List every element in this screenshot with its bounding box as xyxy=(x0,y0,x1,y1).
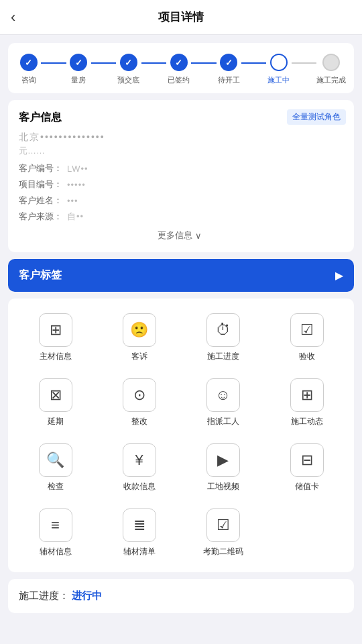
step-label-已签约: 已签约 xyxy=(168,75,190,85)
info-row: 客户编号：LW•• xyxy=(19,162,343,174)
step-circle-量房: ✓ xyxy=(70,54,87,71)
more-info-button[interactable]: 更多信息 ∨ xyxy=(19,229,343,241)
step-item-施工完成: 施工完成 xyxy=(316,54,346,85)
menu-item-acceptance[interactable]: ☑验收 xyxy=(265,308,349,368)
menu-item-site-video[interactable]: ▶工地视频 xyxy=(181,438,265,498)
info-field-label: 客户姓名： xyxy=(19,195,67,207)
step-circle-施工完成 xyxy=(322,54,340,71)
menu-item-inspection[interactable]: 🔍检查 xyxy=(13,438,97,498)
menu-label-construction-dynamic: 施工动态 xyxy=(291,416,323,427)
progress-section: ✓咨询✓量房✓预交底✓已签约✓待开工施工中施工完成 xyxy=(8,43,354,93)
step-circle-预交底: ✓ xyxy=(120,54,137,71)
more-info-icon: ∨ xyxy=(195,231,202,241)
menu-item-payment[interactable]: ¥收款信息 xyxy=(97,438,181,498)
step-connector-3 xyxy=(191,62,216,64)
step-circle-待开工: ✓ xyxy=(220,54,237,71)
more-info-label: 更多信息 xyxy=(158,229,192,241)
menu-label-rectification: 整改 xyxy=(131,416,147,427)
header: ‹ 项目详情 xyxy=(0,0,362,35)
step-label-咨询: 咨询 xyxy=(21,75,36,85)
menu-label-attendance-qr: 考勤二维码 xyxy=(203,546,243,557)
menu-icon-assign-worker: ☺ xyxy=(206,378,240,412)
menu-icon-payment: ¥ xyxy=(123,443,156,477)
info-field-value: ••••• xyxy=(67,180,86,190)
menu-item-rectification[interactable]: ⊙整改 xyxy=(97,373,181,433)
customer-info-section: 客户信息 全量测试角色 北京•••••••••••••• 元…… 客户编号：LW… xyxy=(8,100,354,252)
menu-label-assign-worker: 指派工人 xyxy=(207,416,239,427)
step-label-待开工: 待开工 xyxy=(218,75,240,85)
info-row: 客户来源：自•• xyxy=(19,211,343,223)
step-item-待开工: ✓待开工 xyxy=(217,54,241,85)
menu-item-complaint[interactable]: 🙁客诉 xyxy=(97,308,181,368)
step-item-咨询: ✓咨询 xyxy=(16,54,41,85)
menu-item-construction-dynamic[interactable]: ⊞施工动态 xyxy=(265,373,349,433)
info-row: 项目编号：••••• xyxy=(19,178,343,191)
steps-row: ✓咨询✓量房✓预交底✓已签约✓待开工施工中施工完成 xyxy=(16,54,346,85)
step-connector-0 xyxy=(41,62,66,64)
menu-item-aux-material-info[interactable]: ≡辅材信息 xyxy=(13,503,97,563)
menu-label-delay: 延期 xyxy=(48,416,64,427)
step-label-施工中: 施工中 xyxy=(267,75,290,85)
menu-icon-aux-material-list: ≣ xyxy=(123,508,156,542)
menu-icon-stored-card: ⊟ xyxy=(290,443,324,477)
status-value: 进行中 xyxy=(72,590,102,602)
menu-item-assign-worker[interactable]: ☺指派工人 xyxy=(181,373,265,433)
step-label-量房: 量房 xyxy=(71,75,86,85)
back-button[interactable]: ‹ xyxy=(11,9,15,26)
menu-grid: ⊞主材信息🙁客诉⏱施工进度☑验收⊠延期⊙整改☺指派工人⊞施工动态🔍检查¥收款信息… xyxy=(13,308,349,563)
menu-item-stored-card[interactable]: ⊟储值卡 xyxy=(265,438,349,498)
menu-label-stored-card: 储值卡 xyxy=(295,481,319,492)
menu-icon-inspection: 🔍 xyxy=(39,443,72,477)
menu-item-aux-material-list[interactable]: ≣辅材清单 xyxy=(97,503,181,563)
menu-label-main-material: 主材信息 xyxy=(40,351,72,362)
menu-icon-attendance-qr: ☑ xyxy=(206,508,240,542)
menu-label-complaint: 客诉 xyxy=(131,351,147,362)
menu-icon-acceptance: ☑ xyxy=(290,313,324,347)
menu-label-aux-material-list: 辅材清单 xyxy=(123,546,156,557)
menu-icon-construction-dynamic: ⊞ xyxy=(290,378,324,412)
menu-item-main-material[interactable]: ⊞主材信息 xyxy=(13,308,97,368)
info-field-label: 项目编号： xyxy=(19,178,67,191)
menu-label-inspection: 检查 xyxy=(48,481,64,492)
customer-tag-section[interactable]: 客户标签 ▶ xyxy=(8,259,354,292)
info-row: 客户姓名：••• xyxy=(19,195,343,207)
step-label-施工完成: 施工完成 xyxy=(316,75,346,85)
customer-blurred-name: 北京•••••••••••••• xyxy=(19,131,343,144)
menu-label-progress: 施工进度 xyxy=(207,351,239,362)
page-title: 项目详情 xyxy=(158,9,204,25)
menu-icon-main-material: ⊞ xyxy=(39,313,72,347)
info-field-value: 自•• xyxy=(67,211,84,223)
customer-tag-arrow: ▶ xyxy=(335,269,343,282)
menu-item-progress[interactable]: ⏱施工进度 xyxy=(181,308,265,368)
info-field-label: 客户来源： xyxy=(19,211,67,223)
bottom-status: 施工进度： 进行中 xyxy=(8,579,354,613)
step-item-预交底: ✓预交底 xyxy=(116,54,141,85)
menu-item-delay[interactable]: ⊠延期 xyxy=(13,373,97,433)
status-label: 施工进度： xyxy=(19,590,69,602)
menu-section: ⊞主材信息🙁客诉⏱施工进度☑验收⊠延期⊙整改☺指派工人⊞施工动态🔍检查¥收款信息… xyxy=(8,299,354,572)
step-item-已签约: ✓已签约 xyxy=(166,54,191,85)
step-connector-5 xyxy=(292,62,316,64)
menu-label-payment: 收款信息 xyxy=(123,481,156,492)
step-circle-咨询: ✓ xyxy=(20,54,38,71)
step-circle-已签约: ✓ xyxy=(170,54,188,71)
menu-label-aux-material-info: 辅材信息 xyxy=(40,546,72,557)
menu-icon-rectification: ⊙ xyxy=(123,378,156,412)
menu-label-acceptance: 验收 xyxy=(299,351,315,362)
menu-item-attendance-qr[interactable]: ☑考勤二维码 xyxy=(181,503,265,563)
info-field-value: LW•• xyxy=(67,164,88,174)
step-connector-2 xyxy=(141,62,166,64)
step-circle-施工中 xyxy=(270,54,288,71)
step-item-量房: ✓量房 xyxy=(66,54,91,85)
customer-blurred-sub: 元…… xyxy=(19,145,343,157)
tag-badge: 全量测试角色 xyxy=(287,109,346,125)
step-item-施工中: 施工中 xyxy=(266,54,291,85)
menu-icon-progress: ⏱ xyxy=(206,313,240,347)
info-field-label: 客户编号： xyxy=(19,162,67,174)
menu-icon-complaint: 🙁 xyxy=(123,313,156,347)
menu-label-site-video: 工地视频 xyxy=(207,481,239,492)
step-connector-4 xyxy=(241,62,266,64)
step-label-预交底: 预交底 xyxy=(117,75,139,85)
menu-icon-site-video: ▶ xyxy=(206,443,240,477)
step-connector-1 xyxy=(91,62,116,64)
